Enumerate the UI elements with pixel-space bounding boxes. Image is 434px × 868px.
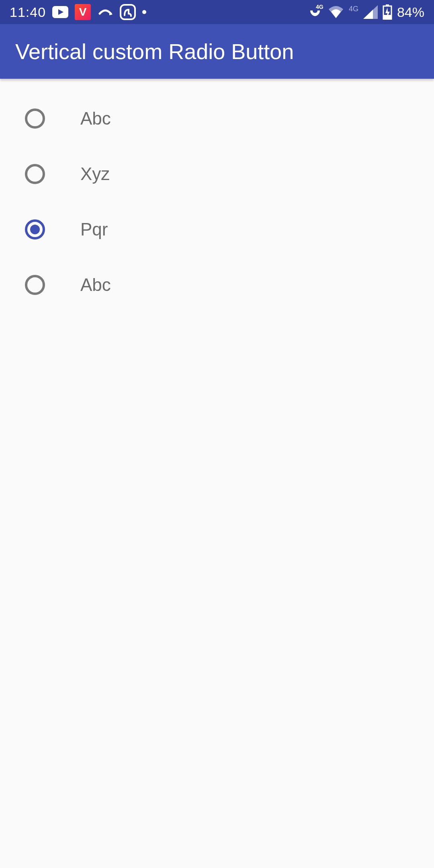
radio-option-1[interactable]: Xyz [25, 146, 409, 202]
radio-icon [25, 164, 45, 184]
radio-icon-selected [25, 219, 45, 240]
status-bar-right: 4G 4G 84% [307, 4, 424, 20]
radio-option-0[interactable]: Abc [25, 91, 409, 146]
radio-label: Abc [80, 108, 111, 129]
status-bar-left: 11:40 V [10, 4, 146, 20]
radio-icon [25, 108, 45, 129]
radio-option-2[interactable]: Pqr [25, 202, 409, 257]
app-bar: Vertical custom Radio Button [0, 24, 434, 79]
radio-icon [25, 275, 45, 295]
youtube-icon [52, 6, 68, 18]
status-time: 11:40 [10, 4, 46, 20]
radio-group: Abc Xyz Pqr Abc [0, 79, 434, 325]
signal-icon [363, 5, 378, 19]
radio-label: Xyz [80, 164, 110, 184]
status-bar: 11:40 V 4G 4G 84% [0, 0, 434, 24]
wifi-icon [328, 5, 344, 19]
svg-marker-6 [363, 10, 373, 19]
missed-call-icon [97, 4, 113, 20]
battery-percentage: 84% [397, 4, 424, 20]
page-title: Vertical custom Radio Button [15, 39, 294, 64]
radio-label: Abc [80, 275, 111, 295]
v-app-icon: V [75, 4, 91, 20]
svg-marker-2 [109, 11, 113, 15]
radio-option-3[interactable]: Abc [25, 257, 409, 313]
phone-4g-icon: 4G [307, 4, 323, 20]
saavn-icon [120, 4, 136, 20]
battery-charging-icon [383, 4, 392, 20]
svg-text:4G: 4G [316, 4, 323, 10]
signal-4g-label: 4G [349, 5, 358, 13]
notification-dot-icon [142, 10, 146, 14]
radio-label: Pqr [80, 219, 108, 240]
